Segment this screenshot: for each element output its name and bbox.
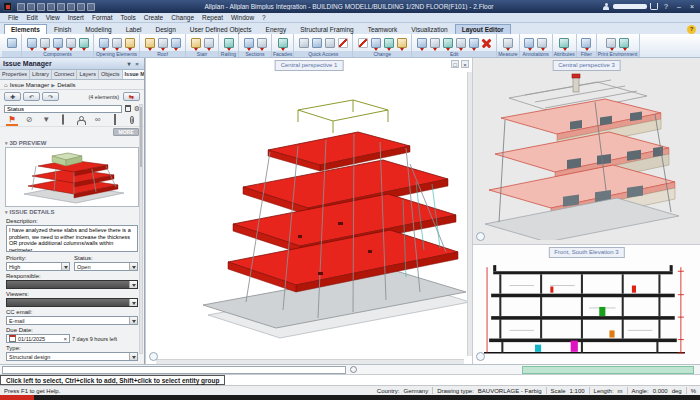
panel-scrollbar[interactable]	[139, 104, 143, 354]
delete-icon[interactable]	[482, 38, 492, 48]
tab-layers[interactable]: Layers	[77, 70, 99, 79]
scale-value[interactable]: 1:100	[570, 388, 585, 394]
redo-icon[interactable]	[67, 3, 75, 11]
priority-select[interactable]: High	[6, 262, 70, 271]
type-select[interactable]: Structural design	[6, 352, 138, 361]
cc-email-select[interactable]: E-mail	[6, 316, 138, 325]
measure-icon[interactable]	[503, 38, 513, 48]
beam-icon[interactable]	[66, 38, 76, 48]
layout-icon[interactable]	[606, 38, 616, 48]
menu-view[interactable]: View	[46, 14, 60, 21]
clear-date-icon[interactable]: ×	[63, 335, 67, 343]
menu-help[interactable]: ?	[262, 14, 266, 21]
view-compass-icon[interactable]	[476, 352, 485, 361]
open-file-icon[interactable]	[27, 3, 35, 11]
scrollbar-thumb[interactable]	[140, 107, 142, 167]
refresh-circle-icon[interactable]	[350, 366, 357, 373]
length-unit[interactable]: m	[618, 388, 623, 394]
slab-icon[interactable]	[53, 38, 63, 48]
frame-icon[interactable]	[325, 38, 335, 48]
view-close-icon[interactable]: ×	[461, 60, 469, 68]
dialog-line-input[interactable]	[2, 366, 346, 374]
ribbon-help-icon[interactable]: ?	[687, 25, 696, 34]
attributes-icon[interactable]	[559, 38, 569, 48]
menu-create[interactable]: Create	[144, 14, 164, 21]
print-preview-icon[interactable]	[619, 38, 629, 48]
text-annotation-icon[interactable]	[524, 38, 534, 48]
print-icon[interactable]	[47, 3, 55, 11]
tab-teamwork[interactable]: Teamwork	[361, 24, 405, 34]
status-select[interactable]: Open	[74, 262, 138, 271]
roof-frame-icon[interactable]	[145, 38, 155, 48]
close-button[interactable]: ×	[687, 2, 697, 12]
skylight-icon[interactable]	[171, 38, 181, 48]
view-title[interactable]: Front, South Elevation 3	[548, 247, 624, 258]
viewport-central-perspective-3[interactable]: Central perspective 3	[472, 58, 700, 244]
link-icon[interactable]: ∞	[92, 114, 104, 126]
drawing-type-value[interactable]: BAUVORLAGE - Farbig	[478, 388, 542, 394]
copy-icon[interactable]	[77, 3, 85, 11]
door-icon[interactable]	[99, 38, 109, 48]
tab-modeling[interactable]: Modeling	[78, 24, 118, 34]
ban-icon[interactable]: ⊘	[23, 114, 35, 126]
column-icon[interactable]	[40, 38, 50, 48]
viewport-front-south-elevation[interactable]: Front, South Elevation 3	[472, 244, 700, 364]
viewers-select[interactable]	[6, 298, 138, 307]
view-compass-icon[interactable]	[476, 232, 485, 241]
document-icon[interactable]	[109, 114, 121, 126]
description-field[interactable]: I have analyzed these slabs and believe …	[6, 225, 138, 252]
red-pen-icon[interactable]	[338, 38, 348, 48]
wall-icon[interactable]	[27, 38, 37, 48]
issue-3d-preview[interactable]	[5, 147, 139, 207]
align-icon[interactable]	[443, 38, 453, 48]
tab-design[interactable]: Design	[149, 24, 183, 34]
funnel-icon[interactable]: ▼	[40, 114, 52, 126]
due-date-picker[interactable]: 01/11/2025 ×	[6, 334, 70, 343]
menu-repeat[interactable]: Repeat	[202, 14, 223, 21]
view-title[interactable]: Central perspective 3	[552, 60, 621, 71]
tab-layout-editor[interactable]: Layout Editor	[455, 24, 511, 34]
info-icon[interactable]: i	[126, 114, 138, 126]
responsible-select[interactable]	[6, 280, 138, 289]
menu-file[interactable]: File	[8, 14, 18, 21]
tab-visualization[interactable]: Visualization	[404, 24, 454, 34]
edit-points-icon[interactable]	[469, 38, 479, 48]
angle-value[interactable]: 0.000	[653, 388, 668, 394]
save-icon[interactable]	[37, 3, 45, 11]
person-icon[interactable]	[75, 114, 87, 126]
move-icon[interactable]	[371, 38, 381, 48]
filter-icon[interactable]	[581, 38, 591, 48]
tab-elements[interactable]: Elements	[4, 24, 47, 34]
menu-format[interactable]: Format	[92, 14, 113, 21]
stair-icon[interactable]	[191, 38, 201, 48]
stretch-icon[interactable]	[397, 38, 407, 48]
properties-icon[interactable]	[7, 38, 17, 48]
section-3d-preview[interactable]: ▾ 3D PREVIEW	[0, 138, 144, 147]
new-file-icon[interactable]	[17, 3, 25, 11]
more-button[interactable]: MORE	[113, 128, 139, 136]
tab-user-defined-objects[interactable]: User Defined Objects	[183, 24, 259, 34]
issue-search-input[interactable]	[4, 105, 122, 113]
rotate-icon[interactable]	[384, 38, 394, 48]
mirror-icon[interactable]	[430, 38, 440, 48]
panel-pin-icon[interactable]: ▾	[125, 60, 133, 68]
titlebar-help-icon[interactable]: ?	[661, 2, 671, 12]
dimension-icon[interactable]	[537, 38, 547, 48]
viewport-central-perspective-1[interactable]: Central perspective 1 □ ×	[145, 58, 472, 364]
tab-label[interactable]: Label	[119, 24, 149, 34]
view-restore-icon[interactable]: □	[451, 60, 459, 68]
menu-edit[interactable]: Edit	[26, 14, 37, 21]
panel-close-icon[interactable]: ×	[133, 60, 141, 68]
section-issue-details[interactable]: ▾ ISSUE DETAILS	[0, 207, 144, 216]
railing-icon[interactable]	[224, 38, 234, 48]
recess-icon[interactable]	[125, 38, 135, 48]
window-icon[interactable]	[112, 38, 122, 48]
view-title[interactable]: Central perspective 1	[275, 60, 344, 71]
tab-structural-framing[interactable]: Structural Framing	[293, 24, 360, 34]
tab-issue-manager[interactable]: Issue Manager	[123, 70, 145, 79]
trash-icon[interactable]	[125, 105, 131, 112]
modify-icon[interactable]	[358, 38, 368, 48]
tab-finish[interactable]: Finish	[47, 24, 78, 34]
tab-connect[interactable]: Connect	[52, 70, 78, 79]
menu-insert[interactable]: Insert	[68, 14, 84, 21]
